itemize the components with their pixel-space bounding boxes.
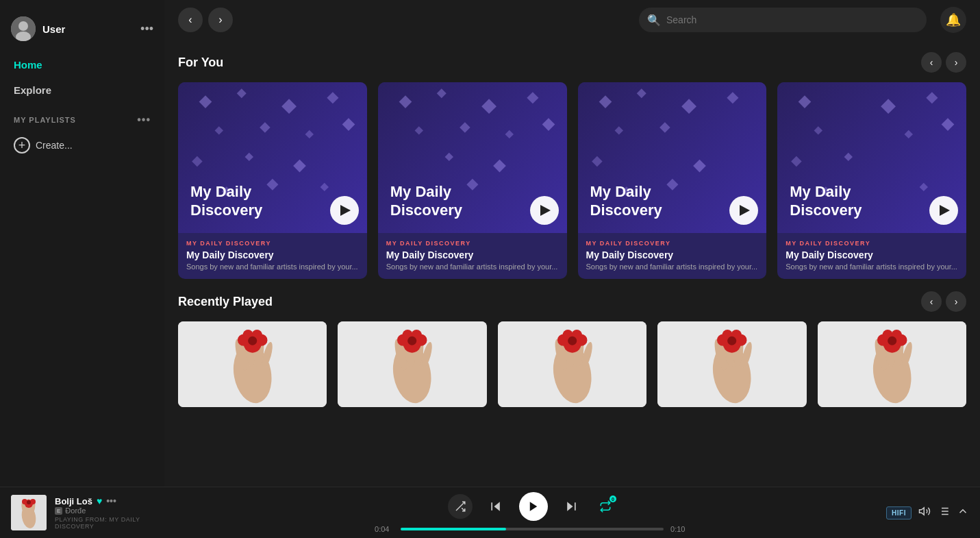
top-bar: ‹ › 🔍 🔔: [164, 0, 980, 40]
svg-rect-17: [399, 95, 412, 108]
user-name: User: [42, 23, 134, 35]
recent-card-4[interactable]: [657, 321, 806, 407]
recent-art-5: [818, 321, 966, 407]
card-name-1: My Daily Discovery: [186, 249, 359, 260]
svg-marker-119: [494, 502, 500, 511]
for-you-card-1[interactable]: My DailyDiscovery MY DAILY DISCOVERY My …: [178, 82, 367, 279]
card-title-art-1: My DailyDiscovery: [190, 183, 262, 219]
play-icon-1: [340, 205, 351, 216]
sidebar-item-explore[interactable]: Explore: [0, 77, 164, 103]
player-thumbnail: [11, 495, 47, 530]
svg-rect-32: [614, 126, 623, 134]
card-play-button-1[interactable]: [330, 196, 359, 225]
repeat-button[interactable]: 0: [594, 496, 616, 517]
svg-rect-3: [199, 95, 212, 108]
for-you-card-4[interactable]: My DailyDiscovery MY DAILY DISCOVERY My …: [777, 82, 966, 279]
for-you-card-3[interactable]: My DailyDiscovery MY DAILY DISCOVERY My …: [578, 82, 767, 279]
svg-point-71: [408, 337, 417, 345]
svg-rect-38: [799, 95, 812, 108]
svg-rect-42: [905, 130, 913, 138]
player-more-button[interactable]: •••: [106, 496, 116, 506]
svg-rect-44: [791, 156, 802, 167]
time-current: 0:04: [375, 525, 394, 533]
search-input[interactable]: [639, 8, 927, 32]
card-art-4: My DailyDiscovery: [777, 82, 966, 233]
player-track: Bolji Loš ♥ •••: [55, 496, 178, 506]
svg-rect-13: [293, 160, 306, 173]
svg-rect-12: [245, 153, 253, 161]
for-you-next-button[interactable]: ›: [946, 52, 966, 73]
card-play-button-3[interactable]: [729, 196, 758, 225]
recent-art-2: [338, 321, 486, 407]
svg-rect-5: [281, 99, 297, 114]
svg-rect-11: [192, 156, 203, 167]
recent-card-1[interactable]: [178, 321, 327, 407]
heart-icon[interactable]: ♥: [97, 496, 102, 506]
avatar: [11, 16, 36, 41]
svg-rect-26: [493, 160, 506, 173]
svg-marker-124: [920, 507, 925, 515]
card-meta-3: MY DAILY DISCOVERY My Daily Discovery So…: [578, 233, 767, 279]
svg-rect-27: [466, 179, 478, 191]
svg-rect-22: [460, 122, 470, 133]
svg-point-107: [888, 337, 896, 345]
card-art-1: My DailyDiscovery: [178, 82, 367, 233]
for-you-cards: My DailyDiscovery MY DAILY DISCOVERY My …: [178, 82, 966, 279]
player-right-controls: HIFI: [886, 505, 969, 521]
user-profile[interactable]: User •••: [0, 11, 164, 52]
for-you-card-2[interactable]: My DailyDiscovery MY DAILY DISCOVERY My …: [378, 82, 567, 279]
skip-forward-button[interactable]: [560, 496, 582, 517]
svg-rect-16: [321, 183, 329, 191]
recent-art-4: [657, 321, 806, 407]
recent-card-3[interactable]: [498, 321, 646, 407]
player-buttons: 0: [448, 492, 616, 521]
recently-played-title: Recently Played: [178, 295, 273, 309]
progress-bar[interactable]: [401, 528, 664, 530]
recently-played-header: Recently Played ‹ ›: [178, 291, 966, 312]
skip-back-button[interactable]: [485, 496, 507, 517]
svg-rect-9: [305, 130, 314, 138]
player-bar: Bolji Loš ♥ ••• E Đorđe PLAYING FROM: MY…: [0, 487, 980, 538]
card-play-button-4[interactable]: [929, 196, 958, 225]
svg-rect-20: [527, 92, 538, 103]
forward-button[interactable]: ›: [208, 8, 233, 32]
svg-rect-41: [814, 126, 822, 134]
svg-rect-18: [437, 88, 447, 98]
search-bar: 🔍: [639, 8, 927, 32]
notifications-button[interactable]: 🔔: [940, 7, 966, 33]
main-content: ‹ › 🔍 🔔 For You ‹ ›: [164, 0, 980, 487]
recent-card-5[interactable]: [818, 321, 966, 407]
progress-fill: [401, 528, 506, 530]
playlists-more-button[interactable]: •••: [137, 114, 151, 126]
recent-card-2[interactable]: [338, 321, 486, 407]
play-icon-3: [740, 205, 750, 216]
svg-point-114: [22, 499, 27, 504]
card-meta-2: MY DAILY DISCOVERY My Daily Discovery So…: [378, 233, 567, 279]
explicit-badge: E: [55, 507, 62, 515]
svg-point-1: [18, 21, 28, 31]
recently-played-prev-button[interactable]: ‹: [921, 291, 942, 312]
svg-rect-28: [599, 95, 612, 108]
user-more-button[interactable]: •••: [140, 22, 153, 36]
sidebar: User ••• Home Explore MY PLAYLISTS ••• +…: [0, 0, 164, 487]
expand-button[interactable]: [957, 505, 969, 521]
card-play-button-2[interactable]: [530, 196, 559, 225]
play-pause-button[interactable]: [519, 492, 548, 521]
svg-point-95: [727, 337, 736, 345]
create-playlist-button[interactable]: + Create...: [0, 132, 164, 159]
svg-rect-31: [727, 92, 738, 103]
queue-button[interactable]: [938, 505, 950, 521]
for-you-prev-button[interactable]: ‹: [921, 52, 942, 73]
svg-marker-121: [530, 502, 538, 511]
hifi-badge[interactable]: HIFI: [886, 506, 912, 519]
sidebar-item-home[interactable]: Home: [0, 52, 164, 77]
svg-rect-37: [666, 179, 678, 191]
volume-button[interactable]: [918, 505, 931, 521]
back-button[interactable]: ‹: [178, 8, 203, 32]
recently-played-cards: [178, 321, 966, 407]
svg-rect-29: [636, 88, 646, 98]
card-art-2: My DailyDiscovery: [378, 82, 567, 233]
recently-played-next-button[interactable]: ›: [946, 291, 966, 312]
svg-rect-35: [693, 160, 706, 173]
shuffle-button[interactable]: [448, 494, 473, 519]
